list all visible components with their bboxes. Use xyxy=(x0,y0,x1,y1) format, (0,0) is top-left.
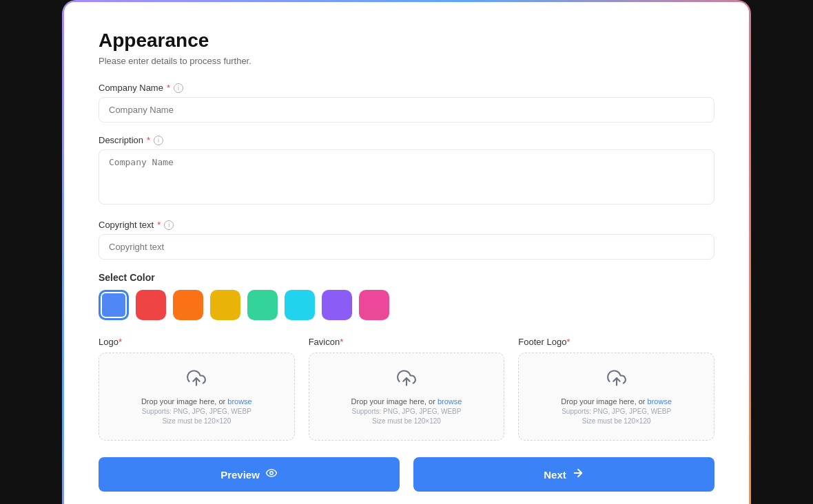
preview-icon xyxy=(265,467,278,482)
required-star: * xyxy=(147,135,150,145)
color-swatch-green[interactable] xyxy=(247,290,278,320)
logo-label: Logo* xyxy=(99,337,295,347)
footer-logo-browse-link[interactable]: browse xyxy=(648,397,672,406)
button-row: Preview Next xyxy=(99,457,714,492)
favicon-size-text: Size must be 120×120 xyxy=(320,417,493,425)
next-button[interactable]: Next xyxy=(413,457,714,492)
favicon-label: Favicon* xyxy=(309,337,505,347)
logo-upload-group: Logo* Drop your image here, or browse Su… xyxy=(99,337,295,441)
preview-button[interactable]: Preview xyxy=(99,457,400,492)
color-swatch-purple[interactable] xyxy=(322,290,352,320)
description-label: Description* i xyxy=(99,135,714,145)
company-name-label: Company Name* i xyxy=(99,83,714,93)
logo-upload-box[interactable]: Drop your image here, or browse Supports… xyxy=(99,353,295,441)
footer-logo-supports-text: Supports: PNG, JPG, JPEG, WEBP xyxy=(530,408,703,415)
company-name-group: Company Name* i xyxy=(99,83,714,123)
app-frame: Appearance Please enter details to proce… xyxy=(62,0,751,504)
page-subtitle: Please enter details to process further. xyxy=(99,56,714,66)
favicon-supports-text: Supports: PNG, JPG, JPEG, WEBP xyxy=(320,408,493,415)
footer-logo-upload-box[interactable]: Drop your image here, or browse Supports… xyxy=(518,353,714,441)
next-arrow-icon xyxy=(572,467,584,482)
color-swatch-yellow[interactable] xyxy=(210,290,240,320)
required-star: * xyxy=(167,83,170,93)
favicon-upload-icon xyxy=(320,368,493,392)
page-title: Appearance xyxy=(99,30,714,52)
favicon-browse-link[interactable]: browse xyxy=(438,397,462,406)
copyright-group: Copyright text* i xyxy=(99,220,714,260)
footer-logo-label: Footer Logo* xyxy=(518,337,714,347)
color-swatch-blue[interactable] xyxy=(99,290,129,320)
color-swatch-cyan[interactable] xyxy=(285,290,315,320)
logo-size-text: Size must be 120×120 xyxy=(110,417,283,425)
footer-logo-upload-group: Footer Logo* Drop your image here, or br… xyxy=(518,337,714,441)
copyright-label: Copyright text* i xyxy=(99,220,714,230)
color-swatch-orange[interactable] xyxy=(173,290,203,320)
logo-supports-text: Supports: PNG, JPG, JPEG, WEBP xyxy=(110,408,283,415)
color-section: Select Color xyxy=(99,272,714,320)
company-name-info-icon: i xyxy=(174,83,183,93)
logo-drop-text: Drop your image here, or browse xyxy=(110,397,283,406)
logo-upload-icon xyxy=(110,368,283,392)
color-section-label: Select Color xyxy=(99,272,714,283)
favicon-drop-text: Drop your image here, or browse xyxy=(320,397,493,406)
color-swatches xyxy=(99,290,714,320)
description-group: Description* i xyxy=(99,135,714,207)
favicon-upload-group: Favicon* Drop your image here, or browse… xyxy=(309,337,505,441)
logo-browse-link[interactable]: browse xyxy=(227,397,251,406)
favicon-upload-box[interactable]: Drop your image here, or browse Supports… xyxy=(309,353,505,441)
footer-logo-upload-icon xyxy=(530,368,703,392)
description-input[interactable] xyxy=(99,149,714,204)
footer-logo-size-text: Size must be 120×120 xyxy=(530,417,703,425)
color-swatch-pink[interactable] xyxy=(359,290,389,320)
copyright-input[interactable] xyxy=(99,234,714,260)
description-info-icon: i xyxy=(154,136,163,145)
required-star: * xyxy=(157,220,161,230)
upload-section: Logo* Drop your image here, or browse Su… xyxy=(99,337,714,441)
svg-point-3 xyxy=(270,472,274,475)
footer-logo-drop-text: Drop your image here, or browse xyxy=(530,397,703,406)
color-swatch-red[interactable] xyxy=(136,290,166,320)
copyright-info-icon: i xyxy=(164,220,174,230)
company-name-input[interactable] xyxy=(99,97,714,123)
